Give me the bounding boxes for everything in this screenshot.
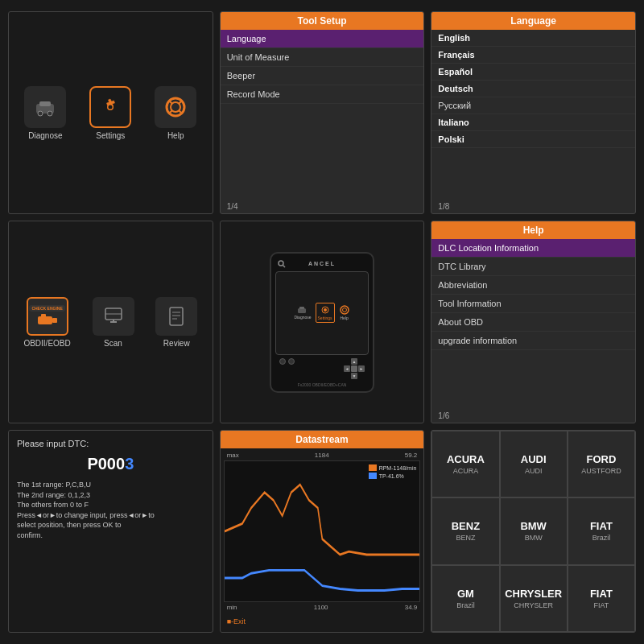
svg-rect-14	[41, 314, 46, 317]
brand-gm-big: GM	[457, 588, 474, 600]
check-badge: CHECK ENGINE	[29, 305, 64, 312]
svg-line-9	[179, 101, 182, 104]
ds-max-row: max 1184 59.2	[224, 452, 421, 459]
svg-point-27	[324, 308, 327, 312]
brand-audi[interactable]: AUDI AUDI	[500, 431, 568, 497]
ds-min-label: min	[227, 604, 237, 611]
dtc-line-6: confirm.	[17, 530, 204, 541]
device-btn-2[interactable]	[288, 358, 295, 365]
review-icon-box	[155, 297, 197, 336]
scan-icon-box	[93, 297, 134, 336]
help-dlc[interactable]: DLC Location Information	[431, 239, 635, 258]
help-dtc[interactable]: DTC Library	[431, 258, 635, 276]
lang-russian[interactable]: Русский	[431, 97, 635, 114]
language-header: Language	[431, 12, 635, 30]
scan-item-obdii[interactable]: CHECK ENGINE OBDII/EOBD	[23, 297, 70, 348]
help-abbrev[interactable]: Abbreviation	[431, 276, 635, 295]
help-upgrade[interactable]: upgrade information	[431, 332, 635, 350]
settings-label: Settings	[96, 131, 125, 140]
device-screen-diagnose: Diagnose	[294, 306, 311, 320]
help-panel-header: Help	[431, 221, 635, 239]
nav-down[interactable]: ▼	[351, 373, 357, 379]
brand-fiat-small: FIAT	[593, 601, 609, 609]
brand-fiat-brazil-big: FIAT	[590, 520, 613, 532]
review-label: Review	[163, 339, 190, 348]
scan-item-scan[interactable]: Scan	[93, 297, 134, 348]
nav-right[interactable]: ►	[358, 365, 365, 372]
ds-exit-row: ■-Exit	[224, 611, 421, 629]
device-controls: ▲ ◄ ► ▼	[275, 358, 369, 379]
menu-item-help[interactable]: Help	[155, 86, 196, 140]
obdii-icon-box: CHECK ENGINE	[27, 297, 68, 336]
nav-left[interactable]: ◄	[344, 365, 350, 372]
brand-fiat-brazil[interactable]: FIAT Brazil	[568, 497, 635, 564]
ds-min-val2: 34.9	[405, 604, 418, 611]
row-2: CHECK ENGINE OBDII/EOBD S	[8, 217, 636, 427]
legend-tp-color	[369, 473, 377, 479]
device-settings-icon	[320, 305, 330, 315]
brand-ford-small: AUSTFORD	[581, 467, 621, 475]
nav-ok[interactable]	[351, 365, 357, 372]
lang-english[interactable]: English	[431, 30, 635, 47]
lang-german[interactable]: Deutsch	[431, 80, 635, 97]
lang-polish[interactable]: Polski	[431, 131, 635, 148]
gear-icon	[99, 96, 122, 118]
brand-acura[interactable]: ACURA ACURA	[431, 431, 499, 497]
setup-unit[interactable]: Unit of Measure	[221, 48, 424, 67]
dtc-line-4: Press◄or►to change input, press◄or►to	[17, 510, 204, 521]
datastream-content: max 1184 59.2 RPM-1148/min TP-41.6%	[221, 448, 424, 632]
setup-record[interactable]: Record Mode	[221, 85, 424, 104]
brand-bmw[interactable]: BMW BMW	[500, 497, 568, 564]
menu-item-settings[interactable]: Settings	[89, 86, 131, 140]
diagnose-icon	[24, 86, 66, 128]
row-3: Please input DTC: P0003 The 1st range: P…	[8, 427, 636, 636]
svg-line-11	[179, 110, 182, 114]
brand-gm[interactable]: GM Brazil	[431, 565, 499, 632]
svg-point-29	[341, 306, 349, 314]
brand-fiat[interactable]: FIAT FIAT	[568, 565, 635, 632]
svg-point-5	[109, 105, 113, 109]
brand-chrysler[interactable]: CHRYSLER CHRYSLER	[500, 565, 568, 632]
device-diagnose-label: Diagnose	[294, 315, 311, 320]
dtc-line-3: The others from 0 to F	[17, 500, 204, 510]
brand-chrysler-small: CHRYSLER	[514, 601, 553, 609]
help-list: DLC Location Information DTC Library Abb…	[431, 239, 635, 350]
ds-exit-label[interactable]: ■-Exit	[227, 617, 246, 625]
help-tool-info[interactable]: Tool Information	[431, 295, 635, 313]
help-footer: 1/6	[431, 409, 635, 423]
brand-acura-small: ACURA	[453, 467, 479, 475]
device-help-icon	[339, 305, 350, 315]
help-about[interactable]: About OBD	[431, 313, 635, 332]
lang-french[interactable]: Français	[431, 47, 635, 64]
lang-italian[interactable]: Italiano	[431, 114, 635, 131]
device-btn-1[interactable]	[279, 358, 286, 365]
main-menu-panel: Diagnose Settings	[8, 11, 213, 214]
scan-label: Scan	[104, 339, 122, 348]
svg-rect-13	[52, 318, 57, 323]
help-icon-box	[155, 86, 196, 128]
menu-item-diagnose[interactable]: Diagnose	[24, 86, 66, 140]
svg-point-3	[47, 111, 52, 116]
device-panel: ANCEL Diagnose	[220, 221, 425, 423]
scan-item-review[interactable]: Review	[155, 297, 197, 348]
device-model: Fx2000 OBDII/EOBD+CAN	[298, 382, 347, 387]
setup-beeper[interactable]: Beeper	[221, 67, 424, 85]
ds-legend-tp: TP-41.6%	[369, 473, 417, 479]
dtc-description: The 1st range: P,C,B,U The 2nd range: 0,…	[17, 480, 204, 541]
brand-ford[interactable]: FORD AUSTFORD	[568, 431, 635, 497]
brand-ford-big: FORD	[586, 453, 616, 465]
datastream-panel: Datastream max 1184 59.2 RPM-1148/min TP…	[220, 430, 425, 633]
device-settings-label: Settings	[318, 316, 332, 320]
brand-audi-small: AUDI	[525, 467, 543, 475]
nav-up[interactable]: ▲	[351, 358, 357, 365]
chart-svg	[225, 461, 420, 601]
brand-benz[interactable]: BENZ BENZ	[431, 497, 499, 564]
device-help-label: Help	[340, 316, 348, 320]
help-label: Help	[167, 131, 184, 140]
dtc-line-5: select position, then press OK to	[17, 520, 204, 530]
lang-spanish[interactable]: Español	[431, 64, 635, 80]
dtc-code-highlight: 3	[125, 455, 134, 473]
svg-point-30	[342, 308, 346, 312]
setup-language[interactable]: Language	[221, 30, 424, 48]
ds-max-label: max	[227, 452, 239, 459]
